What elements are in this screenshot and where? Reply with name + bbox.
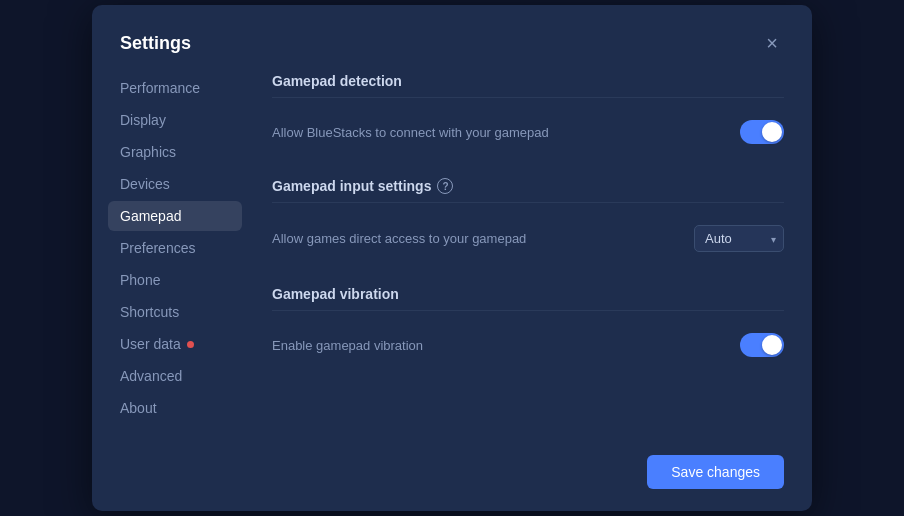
- enable-vibration-toggle[interactable]: [740, 333, 784, 357]
- sidebar-item-label: Phone: [120, 272, 160, 288]
- modal-title: Settings: [120, 33, 191, 54]
- toggle-track[interactable]: [740, 120, 784, 144]
- sidebar-item-advanced[interactable]: Advanced: [108, 361, 242, 391]
- gamepad-input-title: Gamepad input settings ?: [272, 178, 784, 194]
- sidebar-item-label: Performance: [120, 80, 200, 96]
- toggle-thumb: [762, 335, 782, 355]
- toggle-thumb: [762, 122, 782, 142]
- close-button[interactable]: ×: [760, 29, 784, 57]
- sidebar-item-label: Graphics: [120, 144, 176, 160]
- direct-access-desc: Allow games direct access to your gamepa…: [272, 231, 526, 246]
- save-changes-button[interactable]: Save changes: [647, 455, 784, 489]
- sidebar-item-label: Gamepad: [120, 208, 181, 224]
- toggle-track[interactable]: [740, 333, 784, 357]
- sidebar-item-label: Devices: [120, 176, 170, 192]
- auto-dropdown-wrapper: Auto On Off ▾: [694, 225, 784, 252]
- notification-dot: [187, 341, 194, 348]
- sidebar-item-graphics[interactable]: Graphics: [108, 137, 242, 167]
- sidebar-item-preferences[interactable]: Preferences: [108, 233, 242, 263]
- bluestacks-connect-toggle[interactable]: [740, 120, 784, 144]
- gamepad-vibration-title: Gamepad vibration: [272, 286, 784, 302]
- sidebar-item-label: Preferences: [120, 240, 195, 256]
- direct-access-row: Allow games direct access to your gamepa…: [272, 219, 784, 258]
- gamepad-input-section: Gamepad input settings ? Allow games dir…: [272, 178, 784, 258]
- settings-content: Gamepad detection Allow BlueStacks to co…: [252, 73, 812, 435]
- section-divider: [272, 97, 784, 98]
- sidebar-item-about[interactable]: About: [108, 393, 242, 423]
- sidebar-item-gamepad[interactable]: Gamepad: [108, 201, 242, 231]
- section-divider: [272, 310, 784, 311]
- sidebar-item-label: User data: [120, 336, 181, 352]
- sidebar-item-display[interactable]: Display: [108, 105, 242, 135]
- sidebar-item-shortcuts[interactable]: Shortcuts: [108, 297, 242, 327]
- sidebar-item-phone[interactable]: Phone: [108, 265, 242, 295]
- sidebar-item-devices[interactable]: Devices: [108, 169, 242, 199]
- help-icon[interactable]: ?: [437, 178, 453, 194]
- gamepad-detection-title: Gamepad detection: [272, 73, 784, 89]
- section-divider: [272, 202, 784, 203]
- modal-footer: Save changes: [92, 455, 812, 511]
- sidebar-item-label: Advanced: [120, 368, 182, 384]
- sidebar-item-label: About: [120, 400, 157, 416]
- gamepad-detection-section: Gamepad detection Allow BlueStacks to co…: [272, 73, 784, 150]
- auto-dropdown[interactable]: Auto On Off: [694, 225, 784, 252]
- modal-body: Performance Display Graphics Devices Gam…: [92, 73, 812, 455]
- enable-vibration-desc: Enable gamepad vibration: [272, 338, 423, 353]
- gamepad-vibration-section: Gamepad vibration Enable gamepad vibrati…: [272, 286, 784, 363]
- sidebar-item-label: Shortcuts: [120, 304, 179, 320]
- sidebar-item-label: Display: [120, 112, 166, 128]
- sidebar: Performance Display Graphics Devices Gam…: [92, 73, 252, 435]
- settings-modal: Settings × Performance Display Graphics …: [92, 5, 812, 511]
- bluestacks-connect-row: Allow BlueStacks to connect with your ga…: [272, 114, 784, 150]
- modal-header: Settings ×: [92, 5, 812, 73]
- enable-vibration-row: Enable gamepad vibration: [272, 327, 784, 363]
- bluestacks-connect-desc: Allow BlueStacks to connect with your ga…: [272, 125, 549, 140]
- sidebar-item-user-data[interactable]: User data: [108, 329, 242, 359]
- modal-overlay: Settings × Performance Display Graphics …: [0, 0, 904, 516]
- sidebar-item-performance[interactable]: Performance: [108, 73, 242, 103]
